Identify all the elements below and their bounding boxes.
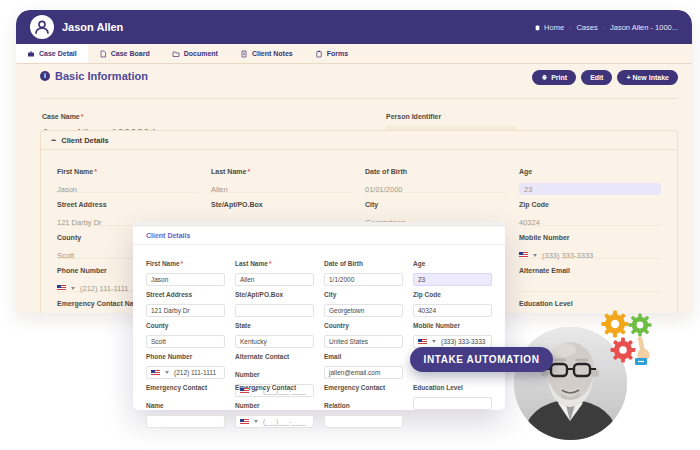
- us-flag-icon[interactable]: [240, 388, 249, 394]
- breadcrumb-label: Cases: [576, 23, 597, 32]
- tab-document[interactable]: Document: [161, 44, 229, 63]
- modal-field-first-name: First Name* Jason: [146, 252, 225, 283]
- person-identifier-label: Person Identifier: [386, 113, 441, 120]
- user-name: Jason Allen: [62, 21, 123, 33]
- tab-bar: Case Detail Case Board Document Clie: [16, 44, 692, 64]
- page-title-text: Basic Information: [55, 70, 148, 82]
- case-name-label: Case Name*: [42, 113, 83, 120]
- print-label: Print: [551, 74, 567, 81]
- field-age: Age 23: [519, 160, 661, 193]
- modal-field-phone-number: Phone Number (212) 111-1111: [146, 345, 225, 376]
- required-marker: *: [247, 168, 250, 175]
- breadcrumb-label: Jason Allen - 1000...: [610, 23, 678, 32]
- client-details-modal: Client Details First Name* Jason Last Na…: [133, 222, 505, 410]
- breadcrumb-cases[interactable]: Cases: [576, 23, 597, 32]
- required-marker: *: [269, 260, 272, 267]
- intake-automation-badge[interactable]: INTAKE AUTOMATION: [410, 347, 553, 372]
- breadcrumb-label: Home: [544, 23, 564, 32]
- field-mobile-number: Mobile Number (333) 333-3333: [519, 226, 661, 259]
- chevron-down-icon: [533, 254, 537, 257]
- modal-field-age: Age 23: [413, 252, 492, 283]
- breadcrumb-home[interactable]: Home: [534, 23, 564, 32]
- tab-case-detail[interactable]: Case Detail: [16, 44, 88, 63]
- modal-field-mobile-number: Mobile Number (333) 333-3333: [413, 314, 492, 345]
- action-buttons: Print Edit + New Intake: [532, 70, 678, 85]
- tab-case-board[interactable]: Case Board: [88, 44, 161, 63]
- modal-field-country: Country United States: [324, 314, 403, 345]
- modal-title[interactable]: Client Details: [133, 227, 505, 245]
- modal-field-last-name: Last Name* Allen: [235, 252, 314, 283]
- chevron-down-icon: [165, 371, 169, 374]
- breadcrumb: Home · Cases · Jason Allen - 1000...: [534, 23, 678, 32]
- required-marker: *: [81, 113, 84, 120]
- chevron-down-icon: [254, 420, 258, 423]
- tab-label: Forms: [327, 50, 348, 57]
- field-zip-code: Zip Code 40324: [519, 193, 661, 226]
- notes-icon: [240, 50, 248, 58]
- required-marker: *: [181, 260, 184, 267]
- tab-label: Case Detail: [39, 50, 77, 57]
- field-last-name: Last Name* Allen: [211, 160, 353, 193]
- us-flag-icon[interactable]: [418, 339, 427, 345]
- breadcrumb-separator: ·: [569, 24, 571, 31]
- tab-label: Document: [184, 50, 218, 57]
- basic-information-header: i Basic Information Print Edit + New Int…: [40, 70, 678, 99]
- chevron-down-icon: [432, 340, 436, 343]
- modal-form-grid: First Name* Jason Last Name* Allen Date …: [133, 245, 505, 414]
- education-level-input[interactable]: [413, 397, 492, 410]
- field-date-of-birth: Date of Birth 01/01/2000: [365, 160, 507, 193]
- info-icon: i: [40, 71, 50, 81]
- avatar[interactable]: [30, 15, 54, 39]
- tab-forms[interactable]: Forms: [304, 44, 359, 63]
- client-details-panel-header[interactable]: − Client Details: [41, 131, 677, 150]
- modal-field-street-address: Street Address 121 Darby Dr: [146, 283, 225, 314]
- modal-field-email: Email jallen@email.com: [324, 345, 403, 376]
- board-icon: [99, 50, 107, 58]
- modal-field-alternate-contact-number: Alternate Contact Number (___)___-____: [235, 345, 314, 376]
- modal-field-emergency-contact-name: Emergency Contact Name: [146, 376, 225, 407]
- tab-label: Case Board: [111, 50, 150, 57]
- page-title: i Basic Information: [40, 70, 148, 82]
- panel-title: Client Details: [61, 136, 109, 145]
- collapse-icon: −: [51, 136, 56, 145]
- emergency-contact-relation-input[interactable]: [324, 415, 403, 428]
- briefcase-icon: [27, 50, 35, 58]
- modal-field-county: County Scott: [146, 314, 225, 345]
- automation-gears-icon: [599, 308, 659, 372]
- print-button[interactable]: Print: [532, 70, 576, 85]
- modal-field-date-of-birth: Date of Birth 1/1/2000: [324, 252, 403, 283]
- us-flag-icon[interactable]: [240, 419, 249, 425]
- modal-field-education-level: Education Level: [413, 376, 492, 407]
- new-intake-label: + New Intake: [626, 74, 669, 81]
- field-placeholder: (___)___-____: [263, 418, 306, 425]
- field-value: (212) 111-1111: [174, 369, 216, 376]
- clipboard-icon: [315, 50, 323, 58]
- app-header: Jason Allen Home · Cases · Jason Allen -…: [16, 10, 692, 44]
- modal-field-city: City Georgetown: [324, 283, 403, 314]
- emergency-contact-name-input[interactable]: [146, 415, 225, 428]
- new-intake-button[interactable]: + New Intake: [617, 70, 678, 85]
- person-icon: [33, 18, 51, 36]
- us-flag-icon: [519, 252, 528, 258]
- modal-field-ste-apt-pobox: Ste/Apt/PO.Box: [235, 283, 314, 314]
- tab-client-notes[interactable]: Client Notes: [229, 44, 304, 63]
- modal-field-zip-code: Zip Code 40324: [413, 283, 492, 314]
- printer-icon: [541, 74, 548, 81]
- chevron-down-icon: [71, 287, 75, 290]
- field-value: (333) 333-3333: [441, 338, 485, 345]
- us-flag-icon: [57, 285, 66, 291]
- field-alternate-email: Alternate Email: [519, 259, 661, 292]
- breadcrumb-current-case: Jason Allen - 1000...: [610, 23, 678, 32]
- modal-field-state: State Kentucky: [235, 314, 314, 345]
- modal-field-emergency-contact-relation: Emergency Contact Relation: [324, 376, 403, 407]
- emergency-contact-number-input[interactable]: (___)___-____: [235, 415, 314, 428]
- screenshot-stage: Jason Allen Home · Cases · Jason Allen -…: [0, 0, 700, 450]
- tab-label: Client Notes: [252, 50, 293, 57]
- field-first-name: First Name* Jason: [57, 160, 199, 193]
- edit-button[interactable]: Edit: [581, 70, 612, 85]
- breadcrumb-separator: ·: [603, 24, 605, 31]
- home-icon: [534, 24, 541, 31]
- required-marker: *: [94, 168, 97, 175]
- folder-icon: [172, 50, 180, 58]
- us-flag-icon[interactable]: [151, 370, 160, 376]
